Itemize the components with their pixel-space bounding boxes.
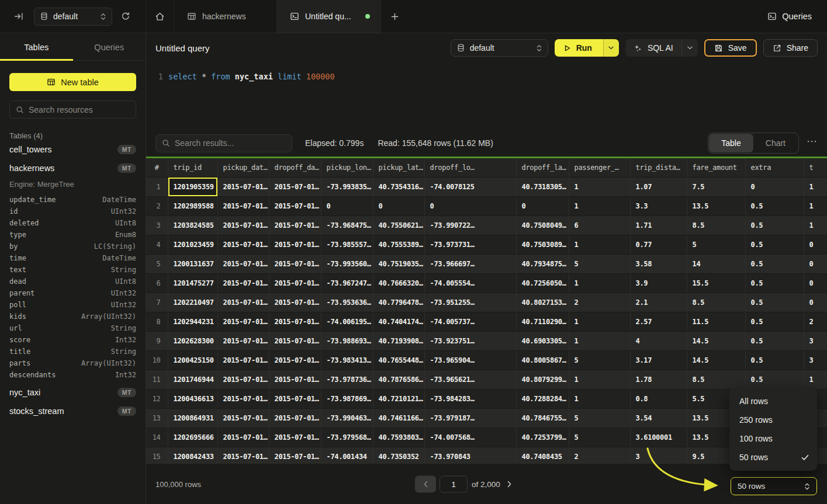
column-header-dropoff_da[interactable]: dropoff_da… <box>269 158 321 177</box>
sidebar-table-cell_towers[interactable]: cell_towers MT <box>9 140 136 159</box>
table-cell[interactable]: 1202989588 <box>168 196 217 215</box>
query-database-selector[interactable]: default <box>451 39 548 57</box>
table-cell[interactable]: 2 <box>569 293 630 312</box>
search-resources-input[interactable] <box>29 105 130 114</box>
table-cell[interactable]: 40.6903305… <box>516 331 569 350</box>
column-header-dropoff_la[interactable]: dropoff_la… <box>516 158 569 177</box>
database-selector[interactable]: default <box>34 8 112 26</box>
table-cell[interactable]: 3.6100001 <box>630 427 687 447</box>
new-table-button[interactable]: New table <box>9 73 136 91</box>
sql-ai-button[interactable]: SQL AI <box>625 39 681 57</box>
table-cell[interactable]: 3.9 <box>630 273 687 293</box>
table-cell[interactable]: 0 <box>804 273 827 293</box>
previous-page-button[interactable] <box>415 475 436 492</box>
row-number-cell[interactable]: 6 <box>146 273 168 293</box>
save-button[interactable]: Save <box>704 39 757 57</box>
sidebar-table-hackernews[interactable]: hackernews MT <box>9 159 136 178</box>
table-cell[interactable]: 1.71 <box>630 215 687 235</box>
table-cell[interactable]: 1 <box>804 177 827 196</box>
page-size-option-50-rows[interactable]: 50 rows <box>729 448 817 467</box>
table-cell[interactable]: 2015-07-01… <box>217 427 269 447</box>
table-cell[interactable]: 2.1 <box>630 293 687 312</box>
table-cell[interactable]: 40.7110290… <box>516 312 569 331</box>
table-cell[interactable]: 1201905359 <box>168 177 217 196</box>
table-cell[interactable]: 2015-07-01… <box>269 215 321 235</box>
table-cell[interactable]: 2015-07-01… <box>217 254 269 273</box>
table-cell[interactable]: 3.54 <box>630 408 687 427</box>
table-cell[interactable]: 0.5 <box>745 215 804 235</box>
table-cell[interactable]: 40.8079299… <box>516 370 569 389</box>
table-cell[interactable]: 40.7796478… <box>373 293 424 312</box>
table-cell[interactable]: 2015-07-01… <box>217 196 269 215</box>
column-header-dropoff_lo[interactable]: dropoff_lo… <box>424 158 516 177</box>
results-search[interactable] <box>155 134 292 152</box>
table-cell[interactable]: 0.5 <box>745 293 804 312</box>
table-cell[interactable]: 40.7210121… <box>373 389 424 408</box>
sql-editor[interactable]: 1 select * from nyc_taxi limit 100000 <box>146 62 827 130</box>
table-cell[interactable]: -73.923751… <box>424 331 516 350</box>
table-cell[interactable]: 2015-07-01… <box>217 408 269 427</box>
sidebar-table-nyc_taxi[interactable]: nyc_taxi MT <box>9 383 136 402</box>
table-cell[interactable]: 40.7555389… <box>373 235 424 254</box>
row-number-cell[interactable]: 3 <box>146 215 168 235</box>
collapse-sidebar-icon[interactable] <box>14 12 23 21</box>
table-cell[interactable]: 2015-07-01… <box>269 331 321 350</box>
sidebar-table-stocks_stream[interactable]: stocks_stream MT <box>9 402 136 420</box>
table-cell[interactable]: -74.001434 <box>321 447 373 463</box>
table-cell[interactable]: 1200842433 <box>168 447 217 463</box>
table-cell[interactable]: 3.17 <box>630 350 687 370</box>
share-button[interactable]: Share <box>763 39 818 57</box>
table-cell[interactable]: 0.8 <box>630 389 687 408</box>
table-cell[interactable]: 8.5 <box>687 293 745 312</box>
table-cell[interactable]: 1 <box>804 370 827 389</box>
table-cell[interactable]: 0 <box>804 235 827 254</box>
table-cell[interactable]: 1.78 <box>630 370 687 389</box>
table-cell[interactable]: 1 <box>569 273 630 293</box>
table-cell[interactable]: 2015-07-01… <box>217 331 269 350</box>
table-cell[interactable]: 5 <box>569 254 630 273</box>
run-button[interactable]: Run <box>555 39 603 57</box>
row-number-cell[interactable]: 8 <box>146 312 168 331</box>
table-cell[interactable]: -73.965904… <box>424 350 516 370</box>
page-size-select[interactable]: 50 rows <box>731 477 817 495</box>
next-page-button[interactable] <box>507 481 511 487</box>
table-cell[interactable]: 40.7404174… <box>373 312 424 331</box>
table-cell[interactable]: 1 <box>569 389 630 408</box>
table-cell[interactable]: 2015-07-01… <box>217 447 269 463</box>
table-cell[interactable]: 3.3 <box>630 196 687 215</box>
table-cell[interactable]: -73.978736… <box>321 370 373 389</box>
page-size-option-all-rows[interactable]: All rows <box>729 392 817 411</box>
table-cell[interactable]: -73.979187… <box>424 408 516 427</box>
table-cell[interactable]: 5 <box>569 350 630 370</box>
table-cell[interactable]: -73.983413… <box>321 350 373 370</box>
run-options-caret[interactable] <box>603 39 619 57</box>
table-cell[interactable]: 0 <box>424 196 516 215</box>
table-cell[interactable]: 2015-07-01… <box>217 293 269 312</box>
table-cell[interactable]: -73.985557… <box>321 235 373 254</box>
table-cell[interactable]: 0 <box>321 196 373 215</box>
table-cell[interactable]: 0.5 <box>745 273 804 293</box>
table-cell[interactable]: 40.7193908… <box>373 331 424 350</box>
row-number-cell[interactable]: 10 <box>146 350 168 370</box>
table-cell[interactable]: 0.5 <box>745 350 804 370</box>
table-cell[interactable]: 0.5 <box>745 196 804 215</box>
row-number-cell[interactable]: 12 <box>146 389 168 408</box>
table-cell[interactable]: 0.5 <box>745 254 804 273</box>
row-number-cell[interactable]: 9 <box>146 331 168 350</box>
page-size-option-100-rows[interactable]: 100 rows <box>729 429 817 448</box>
table-cell[interactable]: 2015-07-01… <box>269 370 321 389</box>
page-number-input[interactable] <box>440 475 468 492</box>
table-cell[interactable]: 2015-07-01… <box>217 177 269 196</box>
table-cell[interactable]: 40.7288284… <box>516 389 569 408</box>
column-header-extra[interactable]: extra <box>745 158 804 177</box>
new-tab-button[interactable] <box>381 0 408 33</box>
table-cell[interactable]: 3 <box>630 447 687 463</box>
table-cell[interactable]: 0 <box>745 177 804 196</box>
table-cell[interactable]: 40.7408435 <box>516 447 569 463</box>
table-cell[interactable]: 40.7655448… <box>373 350 424 370</box>
table-cell[interactable]: 1201746944 <box>168 370 217 389</box>
table-cell[interactable]: 40.7550621… <box>373 215 424 235</box>
table-cell[interactable]: 2.57 <box>630 312 687 331</box>
table-cell[interactable]: 5 <box>569 427 630 447</box>
table-cell[interactable]: 1 <box>569 331 630 350</box>
